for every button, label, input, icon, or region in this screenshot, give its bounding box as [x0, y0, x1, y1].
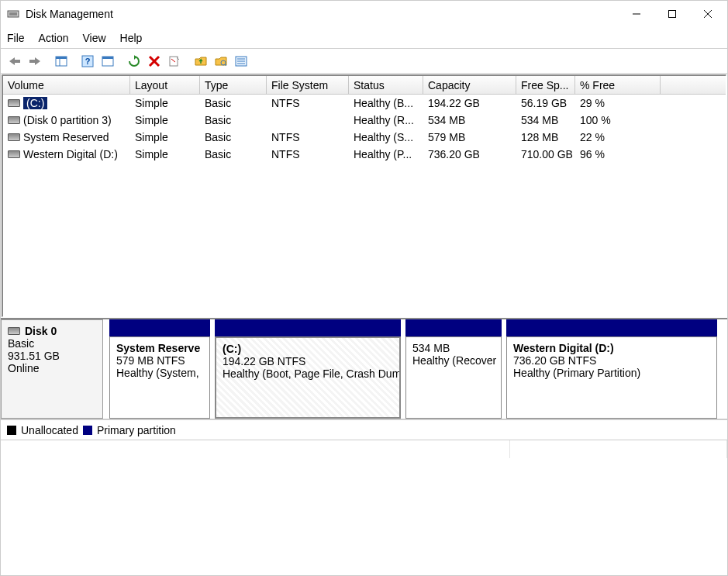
help-icon[interactable]: ? — [78, 52, 97, 71]
volume-layout: Simple — [130, 96, 200, 110]
status-pane-1 — [1, 440, 510, 458]
title-bar: Disk Management — [1, 1, 727, 27]
volume-row[interactable]: Western Digital (D:)SimpleBasicNTFSHealt… — [3, 146, 726, 163]
partition-status: Healthy (System, — [116, 367, 203, 379]
show-hide-tree-icon[interactable] — [52, 52, 71, 71]
partition[interactable]: 534 MBHealthy (Recover — [405, 319, 502, 419]
volume-free: 534 MB — [516, 113, 575, 127]
volume-row[interactable]: System ReservedSimpleBasicNTFSHealthy (S… — [3, 129, 726, 146]
partition-size: 579 MB NTFS — [116, 354, 203, 367]
partition-title: (C:) — [223, 343, 393, 355]
partition[interactable]: Western Digital (D:)736.20 GB NTFSHealth… — [506, 319, 717, 419]
back-button[interactable] — [5, 52, 24, 71]
col-free[interactable]: Free Sp... — [516, 76, 575, 94]
volume-type: Basic — [200, 147, 267, 161]
svg-text:?: ? — [85, 57, 91, 66]
volume-layout: Simple — [130, 147, 200, 161]
partition[interactable]: (C:)194.22 GB NTFSHealthy (Boot, Page Fi… — [215, 319, 401, 419]
volume-name: Western Digital (D:) — [23, 148, 118, 160]
partition-size: 736.20 GB NTFS — [513, 354, 710, 367]
col-status[interactable]: Status — [349, 76, 423, 94]
volume-pct: 96 % — [575, 147, 661, 161]
volume-status: Healthy (B... — [349, 96, 423, 110]
volume-free: 710.00 GB — [516, 147, 575, 161]
calendar-icon[interactable] — [98, 52, 117, 71]
volume-list[interactable]: Volume Layout Type File System Status Ca… — [3, 76, 726, 316]
partition-status: Healthy (Boot, Page File, Crash Dum — [223, 367, 393, 380]
column-header-row: Volume Layout Type File System Status Ca… — [3, 76, 726, 95]
disk-name: Disk 0 — [25, 325, 57, 337]
partition-header — [109, 319, 210, 336]
app-icon — [7, 8, 19, 20]
col-layout[interactable]: Layout — [130, 76, 200, 94]
col-type[interactable]: Type — [200, 76, 267, 94]
col-filesystem[interactable]: File System — [267, 76, 349, 94]
volume-capacity: 736.20 GB — [423, 147, 516, 161]
volume-icon — [8, 116, 20, 124]
svg-rect-9 — [56, 57, 67, 59]
delete-icon[interactable] — [145, 52, 164, 71]
volume-status: Healthy (P... — [349, 147, 423, 161]
disk-label[interactable]: Disk 0 Basic 931.51 GB Online — [1, 319, 103, 419]
volume-fs — [267, 119, 349, 121]
volume-status: Healthy (S... — [349, 130, 423, 144]
properties-icon[interactable] — [165, 52, 184, 71]
status-bar — [1, 440, 727, 458]
menu-bar: File Action View Help — [1, 27, 727, 49]
partition-box[interactable]: (C:)194.22 GB NTFSHealthy (Boot, Page Fi… — [215, 336, 401, 419]
disk-icon — [8, 327, 20, 335]
partition-status: Healthy (Primary Partition) — [513, 367, 710, 379]
partition-box[interactable]: 534 MBHealthy (Recover — [405, 336, 502, 419]
volume-icon — [8, 99, 20, 107]
svg-rect-1 — [9, 12, 17, 16]
partition-box[interactable]: System Reserve579 MB NTFSHealthy (System… — [109, 336, 210, 419]
disk-row[interactable]: Disk 0 Basic 931.51 GB Online System Res… — [1, 319, 727, 419]
minimize-button[interactable] — [619, 2, 654, 26]
maximize-button[interactable] — [654, 2, 690, 26]
volume-pct: 22 % — [575, 130, 661, 144]
volume-row[interactable]: (Disk 0 partition 3)SimpleBasicHealthy (… — [3, 112, 726, 129]
volume-layout: Simple — [130, 113, 200, 127]
legend-unallocated-label: Unallocated — [21, 424, 78, 436]
menu-action[interactable]: Action — [39, 32, 69, 44]
disk-type: Basic — [8, 337, 96, 350]
legend: Unallocated Primary partition — [1, 419, 727, 440]
volume-fs: NTFS — [267, 130, 349, 144]
col-spacer — [661, 76, 726, 94]
volume-free: 128 MB — [516, 130, 575, 144]
folder-up-icon[interactable] — [191, 52, 210, 71]
volume-fs: NTFS — [267, 96, 349, 110]
menu-file[interactable]: File — [7, 32, 25, 44]
forward-button[interactable] — [26, 52, 44, 71]
partition[interactable]: System Reserve579 MB NTFSHealthy (System… — [109, 319, 210, 419]
partition-title: System Reserve — [116, 342, 203, 354]
col-volume[interactable]: Volume — [3, 76, 130, 94]
partitions-container: System Reserve579 MB NTFSHealthy (System… — [103, 319, 727, 419]
partition-header — [506, 319, 717, 336]
menu-view[interactable]: View — [82, 32, 105, 44]
volume-type: Basic — [200, 96, 267, 110]
close-button[interactable] — [690, 2, 726, 26]
volume-row[interactable]: (C:)SimpleBasicNTFSHealthy (B...194.22 G… — [3, 95, 726, 112]
window-controls — [619, 2, 726, 26]
partition-status: Healthy (Recover — [412, 354, 495, 367]
col-capacity[interactable]: Capacity — [423, 76, 516, 94]
folder-search-icon[interactable] — [212, 52, 230, 71]
volume-status: Healthy (R... — [349, 113, 423, 127]
svg-rect-7 — [29, 60, 35, 63]
disk-graphical-view: Disk 0 Basic 931.51 GB Online System Res… — [1, 318, 727, 440]
partition-size: 534 MB — [412, 342, 495, 354]
list-settings-icon[interactable] — [232, 52, 250, 71]
volume-pct: 29 % — [575, 96, 661, 110]
volume-type: Basic — [200, 130, 267, 144]
volume-icon — [8, 150, 20, 158]
partition-box[interactable]: Western Digital (D:)736.20 GB NTFSHealth… — [506, 336, 717, 419]
col-pct[interactable]: % Free — [575, 76, 661, 94]
volume-capacity: 194.22 GB — [423, 96, 516, 110]
status-pane-2 — [510, 440, 727, 458]
partition-header — [405, 319, 502, 336]
refresh-icon[interactable] — [125, 52, 143, 71]
menu-help[interactable]: Help — [120, 32, 143, 44]
volume-icon — [8, 133, 20, 141]
disk-size: 931.51 GB — [8, 350, 96, 362]
